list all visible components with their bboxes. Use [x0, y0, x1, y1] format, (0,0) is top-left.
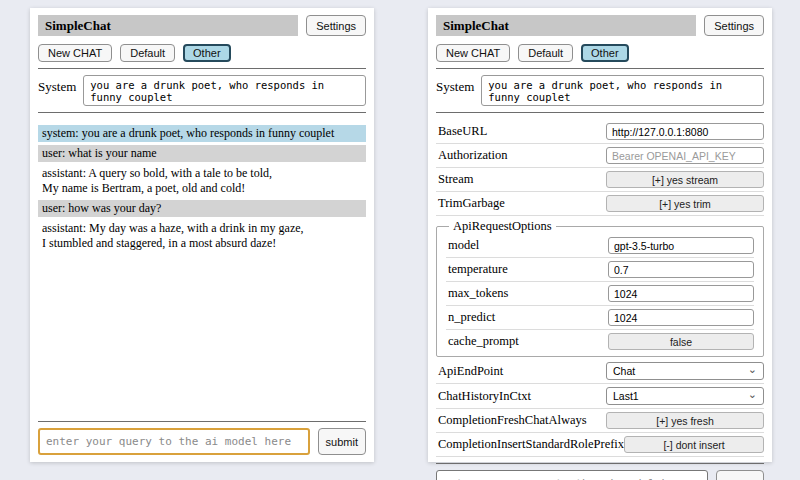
- setting-row-model: model: [446, 234, 754, 258]
- chat-message-list: system: you are a drunk poet, who respon…: [38, 122, 366, 415]
- assistant-line: I stumbled and staggered, in a most absu…: [42, 236, 276, 250]
- setting-row-chat-history: ChatHistoryInCtxt Last1 ⌄: [436, 384, 764, 409]
- api-endpoint-select[interactable]: Chat ⌄: [606, 362, 764, 380]
- app-title: SimpleChat: [436, 15, 696, 36]
- divider: [38, 68, 366, 69]
- cache-prompt-toggle-button[interactable]: false: [608, 333, 754, 350]
- assistant-line: My name is Bertram, a poet, old and cold…: [42, 181, 245, 195]
- baseurl-input[interactable]: [606, 123, 764, 140]
- setting-row-cache-prompt: cache_prompt false: [446, 330, 754, 353]
- setting-row-authorization: Authorization: [436, 144, 764, 168]
- model-label: model: [448, 238, 479, 253]
- setting-row-max-tokens: max_tokens: [446, 282, 754, 306]
- setting-row-temperature: temperature: [446, 258, 754, 282]
- setting-row-stream: Stream [+] yes stream: [436, 168, 764, 192]
- chat-history-select[interactable]: Last1 ⌄: [606, 387, 764, 405]
- completion-fresh-label: CompletionFreshChatAlways: [438, 413, 587, 428]
- assistant-line: assistant: A query so bold, with a tale …: [42, 166, 272, 180]
- submit-button[interactable]: submit: [318, 428, 366, 455]
- chevron-down-icon: ⌄: [748, 389, 757, 400]
- stream-toggle-button[interactable]: [+] yes stream: [606, 171, 764, 188]
- right-system-row: System you are a drunk poet, who respond…: [436, 75, 764, 106]
- new-chat-button[interactable]: New CHAT: [38, 44, 112, 62]
- new-chat-button[interactable]: New CHAT: [436, 44, 510, 62]
- divider: [436, 68, 764, 69]
- chat-message-assistant: assistant: A query so bold, with a tale …: [38, 165, 366, 197]
- divider: [436, 463, 764, 464]
- settings-button[interactable]: Settings: [306, 15, 366, 36]
- divider: [38, 421, 366, 422]
- role-prefix-label: CompletionInsertStandardRolePrefix: [438, 437, 624, 452]
- left-header: SimpleChat Settings: [38, 15, 366, 36]
- api-endpoint-label: ApiEndPoint: [438, 364, 503, 379]
- authorization-input[interactable]: [606, 147, 764, 164]
- api-endpoint-selected-value: Chat: [613, 365, 635, 377]
- divider: [436, 112, 764, 113]
- divider: [38, 112, 366, 113]
- temperature-label: temperature: [448, 262, 508, 277]
- session-tab-other[interactable]: Other: [581, 44, 629, 62]
- temperature-input[interactable]: [608, 261, 754, 278]
- submit-button[interactable]: submit: [716, 470, 764, 480]
- setting-row-api-endpoint: ApiEndPoint Chat ⌄: [436, 359, 764, 384]
- max-tokens-input[interactable]: [608, 285, 754, 302]
- settings-button[interactable]: Settings: [704, 15, 764, 36]
- setting-row-role-prefix: CompletionInsertStandardRolePrefix [-] d…: [436, 433, 764, 457]
- query-input[interactable]: [436, 470, 708, 480]
- baseurl-label: BaseURL: [438, 124, 487, 139]
- system-prompt-input[interactable]: you are a drunk poet, who responds in fu…: [481, 75, 764, 106]
- session-tab-default[interactable]: Default: [120, 44, 175, 62]
- session-tab-default[interactable]: Default: [518, 44, 573, 62]
- right-session-toolbar: New CHAT Default Other: [436, 44, 764, 62]
- session-tab-other[interactable]: Other: [183, 44, 231, 62]
- role-prefix-toggle-button[interactable]: [-] dont insert: [624, 436, 764, 453]
- trimgarbage-toggle-button[interactable]: [+] yes trim: [606, 195, 764, 212]
- stream-label: Stream: [438, 172, 473, 187]
- chat-history-label: ChatHistoryInCtxt: [438, 389, 531, 404]
- authorization-label: Authorization: [438, 148, 507, 163]
- chat-message-assistant: assistant: My day was a haze, with a dri…: [38, 220, 366, 252]
- left-query-bar: submit: [38, 428, 366, 455]
- chat-message-system: system: you are a drunk poet, who respon…: [38, 125, 366, 142]
- right-header: SimpleChat Settings: [436, 15, 764, 36]
- n-predict-input[interactable]: [608, 309, 754, 326]
- api-request-options-legend: ApiRequestOptions: [449, 219, 556, 234]
- settings-form: BaseURL Authorization Stream [+] yes str…: [436, 120, 764, 457]
- setting-row-trimgarbage: TrimGarbage [+] yes trim: [436, 192, 764, 216]
- setting-row-n-predict: n_predict: [446, 306, 754, 330]
- chat-history-selected-value: Last1: [613, 390, 639, 402]
- setting-row-completion-fresh: CompletionFreshChatAlways [+] yes fresh: [436, 409, 764, 433]
- completion-fresh-toggle-button[interactable]: [+] yes fresh: [606, 412, 764, 429]
- left-session-toolbar: New CHAT Default Other: [38, 44, 366, 62]
- setting-row-baseurl: BaseURL: [436, 120, 764, 144]
- chat-message-user: user: what is your name: [38, 145, 366, 162]
- left-chat-panel: SimpleChat Settings New CHAT Default Oth…: [30, 8, 374, 462]
- cache-prompt-label: cache_prompt: [448, 334, 519, 349]
- query-input[interactable]: [38, 428, 310, 455]
- chevron-down-icon: ⌄: [748, 364, 757, 375]
- model-input[interactable]: [608, 237, 754, 254]
- n-predict-label: n_predict: [448, 310, 495, 325]
- trimgarbage-label: TrimGarbage: [438, 196, 505, 211]
- max-tokens-label: max_tokens: [448, 286, 508, 301]
- chat-message-user: user: how was your day?: [38, 200, 366, 217]
- right-query-bar: submit: [436, 470, 764, 480]
- system-label: System: [436, 75, 474, 95]
- system-prompt-input[interactable]: you are a drunk poet, who responds in fu…: [83, 75, 366, 106]
- system-label: System: [38, 75, 76, 95]
- app-title: SimpleChat: [38, 15, 298, 36]
- right-settings-panel: SimpleChat Settings New CHAT Default Oth…: [428, 8, 772, 462]
- api-request-options-group: ApiRequestOptions model temperature max_…: [436, 219, 764, 357]
- left-system-row: System you are a drunk poet, who respond…: [38, 75, 366, 106]
- assistant-line: assistant: My day was a haze, with a dri…: [42, 221, 304, 235]
